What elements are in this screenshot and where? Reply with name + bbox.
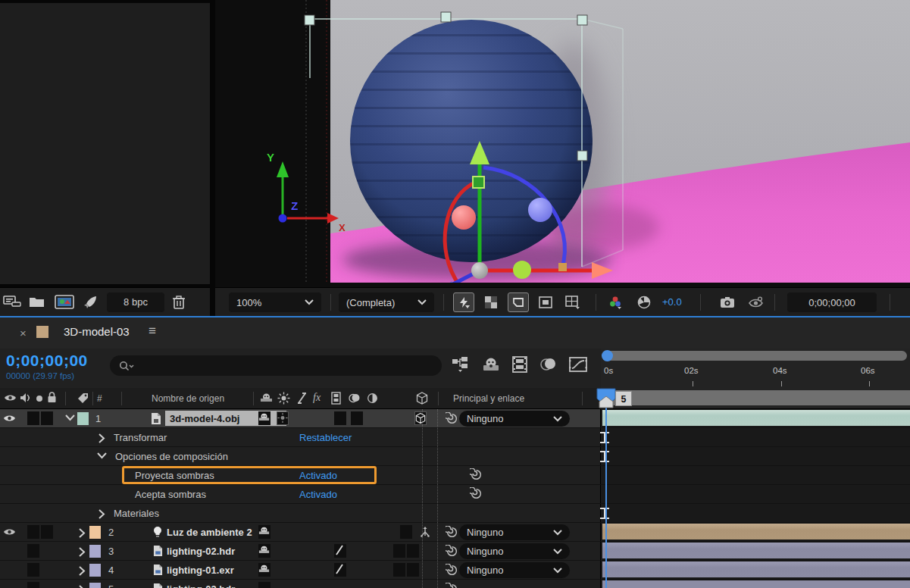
interpret-footage-icon[interactable] (3, 295, 21, 308)
chevron-down-icon[interactable] (65, 414, 75, 421)
quality-switch[interactable] (334, 544, 346, 558)
graph-editor-icon[interactable] (568, 356, 588, 373)
motion-blur-well[interactable] (400, 525, 412, 539)
layer-duration-bar[interactable] (602, 580, 910, 588)
label-column-tag-icon[interactable] (77, 393, 89, 404)
chevron-right-icon[interactable] (79, 566, 86, 576)
snapshot-camera-icon[interactable] (717, 292, 738, 312)
frame-blend-well[interactable] (334, 411, 346, 425)
layer-color-swatch[interactable] (89, 583, 101, 588)
hide-shy-layers-icon[interactable] (481, 356, 501, 373)
shy-switch[interactable] (258, 411, 270, 425)
chevron-right-icon[interactable] (79, 547, 86, 557)
visibility-eye-icon[interactable] (3, 527, 16, 536)
panel-menu-icon[interactable]: ≡ (149, 324, 156, 339)
adjustment-layer-switch-icon[interactable] (367, 393, 378, 404)
chevron-down-icon[interactable] (97, 452, 107, 459)
quality-switch[interactable] (334, 563, 346, 577)
motion-blur-well[interactable] (351, 411, 363, 425)
frame-blending-icon[interactable] (511, 356, 529, 373)
transparency-grid-button[interactable] (480, 292, 502, 312)
column-divider-dotted[interactable] (422, 409, 423, 588)
frame-blend-switch-icon[interactable] (330, 392, 342, 405)
chevron-right-icon[interactable] (79, 585, 86, 588)
chevron-right-icon[interactable] (99, 433, 105, 443)
solo-well[interactable] (27, 525, 39, 539)
parent-pick-whip-icon[interactable] (446, 545, 458, 558)
layer-color-swatch[interactable] (89, 526, 101, 539)
parent-pick-whip-icon[interactable] (446, 412, 458, 425)
property-group-label[interactable]: Opciones de composición (115, 451, 228, 462)
solo-well[interactable] (27, 544, 39, 558)
exposure-value[interactable]: +0.0 (662, 296, 682, 308)
parent-link-column-label[interactable]: Principal y enlace (453, 393, 524, 404)
bit-depth-button[interactable]: 8 bpc (107, 292, 164, 312)
lock-column-icon[interactable] (47, 392, 57, 403)
table-row[interactable]: Materiales (0, 504, 910, 523)
index-column-label[interactable]: # (97, 393, 102, 404)
motion-blur-well[interactable] (407, 544, 419, 558)
motion-blur-icon[interactable] (539, 356, 558, 373)
new-composition-icon[interactable] (55, 295, 74, 309)
parent-pick-whip-icon[interactable] (446, 583, 458, 588)
parent-dropdown[interactable]: Ninguno (459, 562, 570, 578)
effects-fx-icon[interactable]: fx (313, 392, 321, 404)
trash-icon[interactable] (172, 295, 186, 310)
shy-switch[interactable] (258, 544, 270, 558)
current-time-display[interactable]: 0;00;00;00 (6, 352, 88, 370)
motion-blur-switch-icon[interactable] (348, 393, 361, 404)
show-snapshot-eye-icon[interactable] (746, 292, 767, 312)
comp-marker[interactable]: 5 (615, 391, 632, 406)
time-navigator-bar[interactable] (602, 351, 907, 361)
property-toggle-value[interactable]: Activado (299, 489, 337, 500)
property-label[interactable]: Acepta sombras (135, 489, 206, 500)
layer-name[interactable]: lighting-03.hdr (167, 583, 235, 588)
grid-guides-button[interactable] (562, 292, 583, 312)
table-row[interactable]: 2 Luz de ambiente 2 Ninguno (0, 523, 910, 542)
chevron-right-icon[interactable] (99, 509, 105, 519)
layer-name[interactable]: lighting-01.exr (167, 565, 234, 576)
source-name-column-label[interactable]: Nombre de origen (152, 393, 224, 404)
channel-rgb-button[interactable] (605, 292, 626, 312)
property-pick-whip-icon[interactable] (470, 487, 483, 500)
reset-link[interactable]: Restablecer (299, 432, 352, 443)
property-group-label[interactable]: Transformar (114, 432, 167, 443)
shy-switch-icon[interactable] (260, 392, 273, 405)
search-input[interactable] (110, 355, 442, 376)
solo-well[interactable] (27, 582, 39, 588)
frame-blend-well[interactable] (393, 544, 405, 558)
3d-layer-switch[interactable] (414, 411, 427, 425)
shy-switch[interactable] (258, 582, 270, 588)
chevron-right-icon[interactable] (79, 528, 86, 538)
table-row[interactable]: 1 3d-model-4.obj Ninguno (0, 409, 910, 428)
collapse-transformations-switch[interactable] (277, 411, 289, 425)
layer-color-swatch[interactable] (77, 412, 89, 425)
video-column-eye-icon[interactable] (4, 393, 17, 402)
region-of-interest-button[interactable] (508, 292, 529, 312)
parent-pick-whip-icon[interactable] (446, 564, 458, 577)
collapse-transformations-icon[interactable] (277, 392, 290, 405)
lock-well[interactable] (41, 525, 53, 539)
frame-blend-well[interactable] (393, 563, 405, 577)
lock-well[interactable] (41, 411, 53, 425)
project-panel-body[interactable] (0, 3, 210, 284)
layer-duration-bar[interactable] (602, 543, 910, 558)
title-action-safe-button[interactable] (535, 292, 556, 312)
parent-dropdown[interactable]: Ninguno (459, 411, 570, 427)
solo-well[interactable] (27, 411, 39, 425)
property-group-label[interactable]: Materiales (114, 508, 159, 519)
property-pick-whip-icon[interactable] (470, 468, 483, 481)
solo-well[interactable] (27, 563, 39, 577)
table-row[interactable]: Opciones de composición (0, 447, 910, 466)
parent-pick-whip-icon[interactable] (446, 526, 458, 539)
resolution-dropdown[interactable]: (Completa) (339, 292, 434, 312)
composition-viewport[interactable]: Y Z X (215, 0, 910, 283)
solo-column-icon[interactable] (36, 395, 43, 402)
new-folder-icon[interactable] (29, 295, 45, 308)
layer-name[interactable]: Luz de ambiente 2 (167, 527, 252, 538)
layer-color-swatch[interactable] (89, 564, 101, 577)
preview-time-display[interactable]: 0;00;00;00 (787, 292, 877, 312)
work-area-bar[interactable] (601, 390, 910, 405)
magnification-dropdown[interactable]: 100% (229, 292, 321, 312)
table-row[interactable]: Acepta sombras Activado (0, 485, 910, 504)
